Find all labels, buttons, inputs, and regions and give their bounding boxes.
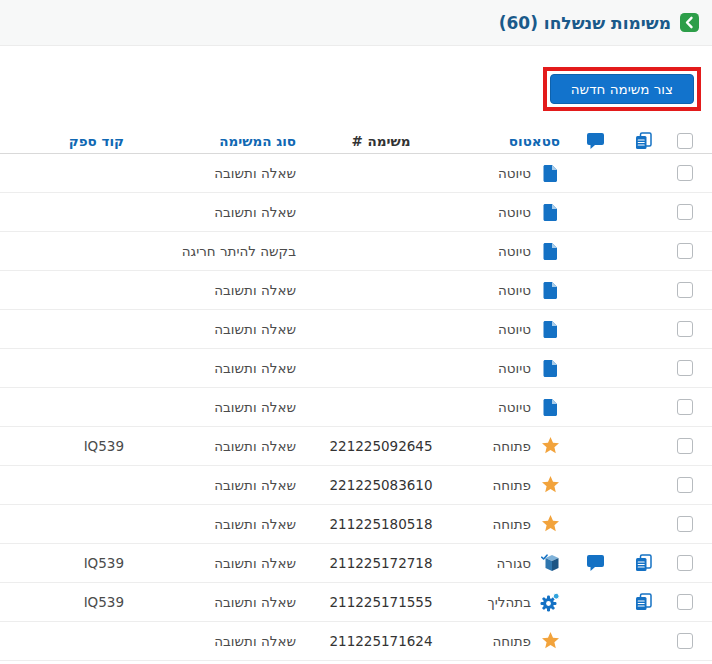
task-number: 211225180518: [310, 516, 452, 532]
select-all-checkbox[interactable]: [677, 133, 693, 149]
supplier-code: IQ539: [8, 594, 152, 610]
column-header-status[interactable]: סטאטוס: [452, 133, 570, 149]
task-type: שאלה ותשובה: [152, 282, 310, 298]
open-star-icon: [540, 632, 560, 650]
toolbar: צור משימה חדשה: [0, 46, 712, 112]
status-label: פתוחה: [492, 516, 531, 532]
task-row[interactable]: טיוטה שאלה ותשובה: [0, 154, 712, 193]
task-type: שאלה ותשובה: [152, 633, 310, 649]
open-star-icon: [540, 515, 560, 533]
task-type: שאלה ותשובה: [152, 477, 310, 493]
task-type: בקשה להיתר חריגה: [152, 243, 310, 259]
column-header-task-number[interactable]: # משימה: [310, 133, 452, 149]
copy-document-column-icon[interactable]: [620, 132, 666, 150]
task-row[interactable]: בתהליך 211225171555 שאלה ותשובה IQ539: [0, 583, 712, 622]
comment-bubble-column-icon[interactable]: [570, 133, 620, 149]
status-label: בתהליך: [488, 594, 531, 610]
row-checkbox[interactable]: [677, 204, 693, 220]
task-table-body: טיוטה שאלה ותשובה טיוטה שאלה ותשובה טיוט…: [0, 154, 712, 661]
chevron-left-icon[interactable]: [680, 13, 699, 32]
row-checkbox[interactable]: [677, 438, 693, 454]
task-type: שאלה ותשובה: [152, 594, 310, 610]
row-checkbox[interactable]: [677, 399, 693, 415]
column-header-supplier-code[interactable]: קוד ספק: [8, 133, 152, 149]
task-row[interactable]: סגורה 211225172718 שאלה ותשובה IQ539: [0, 544, 712, 583]
in-progress-gear-icon: [540, 593, 560, 612]
status-label: פתוחה: [492, 477, 531, 493]
task-row[interactable]: טיוטה שאלה ותשובה: [0, 349, 712, 388]
task-type: שאלה ותשובה: [152, 360, 310, 376]
task-type: שאלה ותשובה: [152, 321, 310, 337]
sent-tasks-page: משימות שנשלחו (60) צור משימה חדשה סטאטוס…: [0, 0, 712, 664]
supplier-code: IQ539: [8, 555, 152, 571]
task-row[interactable]: פתוחה 221225083610 שאלה ותשובה: [0, 466, 712, 505]
task-type: שאלה ותשובה: [152, 399, 310, 415]
status-label: טיוטה: [498, 282, 531, 298]
task-type: שאלה ותשובה: [152, 438, 310, 454]
column-header-task-type[interactable]: סוג המשימה: [152, 133, 310, 149]
supplier-code: IQ539: [8, 438, 152, 454]
status-label: טיוטה: [498, 360, 531, 376]
open-star-icon: [540, 476, 560, 494]
task-row[interactable]: טיוטה שאלה ותשובה: [0, 388, 712, 427]
task-row[interactable]: טיוטה שאלה ותשובה: [0, 271, 712, 310]
task-number: 211225171555: [310, 594, 452, 610]
create-task-button[interactable]: צור משימה חדשה: [550, 74, 694, 104]
draft-document-icon: [540, 321, 560, 338]
status-label: טיוטה: [498, 243, 531, 259]
status-label: טיוטה: [498, 399, 531, 415]
row-checkbox[interactable]: [677, 321, 693, 337]
task-row[interactable]: פתוחה 211225171624 שאלה ותשובה: [0, 622, 712, 661]
task-number: 221225083610: [310, 477, 452, 493]
task-row[interactable]: טיוטה בקשה להיתר חריגה: [0, 232, 712, 271]
task-number: 211225172718: [310, 555, 452, 571]
row-checkbox[interactable]: [677, 516, 693, 532]
row-checkbox[interactable]: [677, 243, 693, 259]
task-row[interactable]: פתוחה 221225092645 שאלה ותשובה IQ539: [0, 427, 712, 466]
task-type: שאלה ותשובה: [152, 204, 310, 220]
status-label: פתוחה: [492, 438, 531, 454]
row-checkbox[interactable]: [677, 165, 693, 181]
status-label: פתוחה: [492, 633, 531, 649]
page-header: משימות שנשלחו (60): [0, 0, 712, 46]
copy-document-icon[interactable]: [620, 593, 666, 611]
row-checkbox[interactable]: [677, 555, 693, 571]
status-label: טיוטה: [498, 321, 531, 337]
status-label: סגורה: [497, 555, 531, 571]
open-star-icon: [540, 437, 560, 455]
copy-document-icon[interactable]: [620, 554, 666, 572]
draft-document-icon: [540, 165, 560, 182]
task-type: שאלה ותשובה: [152, 516, 310, 532]
row-checkbox[interactable]: [677, 594, 693, 610]
row-checkbox[interactable]: [677, 477, 693, 493]
task-number: 221225092645: [310, 438, 452, 454]
row-checkbox[interactable]: [677, 360, 693, 376]
draft-document-icon: [540, 360, 560, 377]
closed-box-icon: [540, 554, 560, 572]
task-row[interactable]: טיוטה שאלה ותשובה: [0, 193, 712, 232]
status-label: טיוטה: [498, 204, 531, 220]
task-type: שאלה ותשובה: [152, 555, 310, 571]
draft-document-icon: [540, 282, 560, 299]
task-number: 211225171624: [310, 633, 452, 649]
task-row[interactable]: טיוטה שאלה ותשובה: [0, 310, 712, 349]
comment-bubble-icon[interactable]: [570, 555, 620, 571]
status-label: טיוטה: [498, 165, 531, 181]
task-row[interactable]: פתוחה 211225180518 שאלה ותשובה: [0, 505, 712, 544]
row-checkbox[interactable]: [677, 633, 693, 649]
draft-document-icon: [540, 204, 560, 221]
draft-document-icon: [540, 399, 560, 416]
row-checkbox[interactable]: [677, 282, 693, 298]
task-type: שאלה ותשובה: [152, 165, 310, 181]
draft-document-icon: [540, 243, 560, 260]
page-title: משימות שנשלחו (60): [499, 13, 671, 33]
table-header-row: סטאטוס # משימה סוג המשימה קוד ספק: [0, 128, 712, 154]
annotation-highlight-box: צור משימה חדשה: [543, 67, 701, 111]
